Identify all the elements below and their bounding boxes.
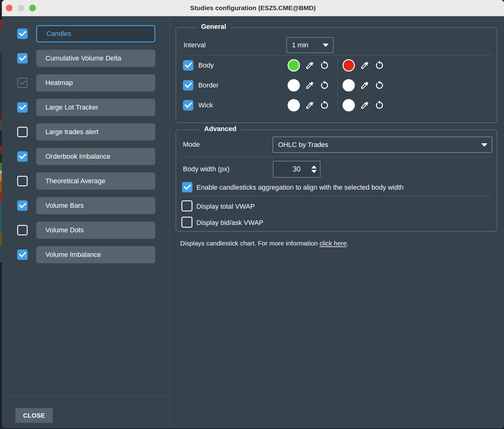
reset-color-icon[interactable] [320,60,329,70]
general-separator [181,55,492,56]
description-text: Displays candlestick chart. For more inf… [180,240,320,247]
display-bidask-vwap-label: Display bid/ask VWAP [196,219,263,227]
border-row: Border [2,77,504,94]
stepper-down-icon[interactable] [311,170,317,173]
study-row-volume-bars: Volume Bars [2,197,169,214]
study-row-large-trades-alert: Large trades alert [2,123,169,141]
interval-label: Interval [184,41,206,49]
titlebar: Studies configuration (ESZ5.CME@BMD) [2,0,504,16]
interval-dropdown[interactable]: 1 min [286,37,334,53]
reset-color-icon[interactable] [374,100,384,110]
study-row-candles: Candles [2,25,169,42]
display-total-vwap-label: Display total VWAP [196,203,255,211]
wick-label: Wick [198,97,213,114]
wick-checkbox[interactable] [183,100,193,110]
sidebar-item-volume-dots[interactable]: Volume Dots [36,222,155,239]
chevron-down-icon [481,143,487,147]
interval-value: 1 min [292,41,308,49]
wick-down-color-controls [343,99,384,111]
stepper-arrows[interactable] [311,161,317,177]
enable-aggregation-checkbox[interactable] [182,182,192,192]
study-checkbox-candles[interactable] [17,29,28,39]
study-description: Displays candlestick chart. For more inf… [180,240,349,247]
body-width-stepper[interactable]: 30 [273,161,320,178]
close-window-button[interactable] [6,5,13,11]
study-checkbox-theoretical-average[interactable] [17,176,28,186]
study-row-volume-imbalance: Volume Imbalance [2,246,169,263]
reset-color-icon[interactable] [320,100,329,110]
body-label: Body [198,57,214,74]
studies-configuration-dialog: Studies configuration (ESZ5.CME@BMD) Can… [2,0,504,428]
eyedropper-icon[interactable] [360,81,369,90]
display-bidask-vwap-checkbox[interactable] [181,217,192,228]
advanced-legend: Advanced [200,125,241,133]
mode-value: OHLC by Trades [278,141,328,149]
study-checkbox-orderbook-imbalance[interactable] [17,151,28,162]
study-checkbox-volume-imbalance[interactable] [17,249,28,260]
wick-up-color-controls [288,99,329,111]
body-row: Body [2,57,504,74]
body-checkbox[interactable] [183,60,193,71]
study-checkbox-volume-bars[interactable] [17,200,28,211]
body-up-color-swatch[interactable] [288,59,300,72]
sidebar-item-large-trades-alert[interactable]: Large trades alert [36,123,155,141]
reset-color-icon[interactable] [374,80,384,90]
sidebar-item-candles[interactable]: Candles [36,25,155,42]
sidebar-item-volume-imbalance[interactable]: Volume Imbalance [36,246,155,263]
advanced-separator-1 [181,157,492,157]
study-checkbox-large-trades-alert[interactable] [17,127,28,137]
wick-down-color-swatch[interactable] [343,99,355,111]
click-here-link[interactable]: click here [320,240,347,247]
eyedropper-icon[interactable] [360,61,369,70]
eyedropper-icon[interactable] [305,101,314,110]
sidebar-item-theoretical-average[interactable]: Theoretical Average [36,172,155,190]
body-width-value: 30 [293,165,301,173]
border-up-color-swatch[interactable] [288,79,300,91]
left-footer-divider [2,396,169,396]
window-title: Studies configuration (ESZ5.CME@BMD) [190,4,316,12]
border-down-color-swatch[interactable] [343,79,355,91]
reset-color-icon[interactable] [320,80,329,90]
enable-aggregation-label: Enable candlesticks aggregation to align… [196,184,404,191]
description-suffix: . [347,240,349,247]
study-row-orderbook-imbalance: Orderbook Imbalance [2,148,169,165]
close-button[interactable]: CLOSE [15,408,53,423]
eyedropper-icon[interactable] [305,61,314,70]
border-label: Border [198,77,219,94]
traffic-lights [2,0,36,16]
body-down-color-swatch[interactable] [343,59,355,72]
border-checkbox[interactable] [183,80,193,91]
mode-dropdown[interactable]: OHLC by Trades [273,137,492,153]
reset-color-icon[interactable] [374,60,384,70]
advanced-separator-2 [181,196,492,196]
border-up-color-controls [288,79,329,91]
sidebar-item-volume-bars[interactable]: Volume Bars [36,197,155,214]
study-checkbox-volume-dots[interactable] [17,225,28,235]
chevron-down-icon [323,44,329,47]
eyedropper-icon[interactable] [305,81,314,90]
minimize-window-button[interactable] [17,5,24,11]
body-down-color-controls [343,59,384,72]
wick-up-color-swatch[interactable] [288,99,300,111]
wick-row: Wick [2,97,504,114]
border-down-color-controls [343,79,384,91]
zoom-window-button[interactable] [29,5,36,11]
eyedropper-icon[interactable] [360,101,369,110]
stepper-up-icon[interactable] [311,165,317,168]
body-width-label: Body width (px) [183,165,230,173]
study-row-theoretical-average: Theoretical Average [2,172,169,190]
body-up-color-controls [288,59,329,72]
general-legend: General [197,23,231,31]
study-row-volume-dots: Volume Dots [2,222,169,239]
sidebar-item-orderbook-imbalance[interactable]: Orderbook Imbalance [36,148,155,165]
mode-label: Mode [183,141,200,149]
display-total-vwap-checkbox[interactable] [181,200,192,211]
